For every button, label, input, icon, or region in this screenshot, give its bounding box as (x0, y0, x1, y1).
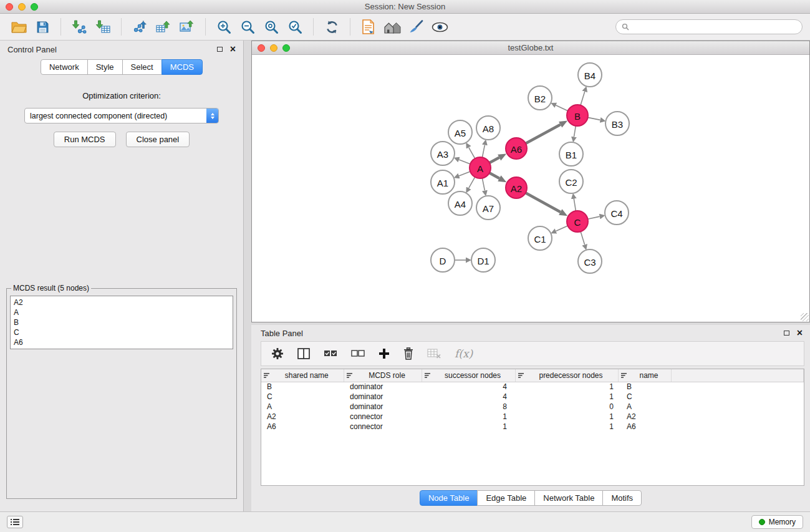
graph-edge-B-B4[interactable] (581, 92, 585, 105)
graph-node-C4[interactable]: C4 (605, 201, 629, 225)
col-header-shared-name[interactable]: shared name (261, 369, 344, 382)
table-cell[interactable]: 1 (515, 422, 618, 432)
graph-edge-A-A1[interactable] (459, 172, 470, 176)
graph-edge-A-A2[interactable] (489, 173, 499, 178)
graph-edge-A-A8[interactable] (482, 145, 485, 157)
minimize-window-button[interactable] (18, 3, 26, 11)
table-cell[interactable]: A2 (618, 412, 671, 422)
table-cell[interactable]: dominator (344, 392, 422, 402)
table-cell[interactable]: 1 (515, 392, 618, 402)
zoom-out-button[interactable] (236, 16, 259, 37)
float-panel-icon[interactable] (217, 47, 223, 52)
tab-motifs[interactable]: Motifs (602, 490, 642, 506)
graph-edge-C-C1[interactable] (556, 226, 568, 231)
table-cell[interactable]: dominator (344, 402, 422, 412)
resize-grip[interactable] (801, 313, 809, 321)
table-cell[interactable]: A6 (618, 422, 671, 432)
graph-node-A8[interactable]: A8 (476, 116, 500, 140)
graph-node-C3[interactable]: C3 (578, 249, 602, 273)
table-cell[interactable]: 1 (422, 412, 515, 422)
close-panel-icon[interactable]: × (230, 44, 236, 54)
delete-table-button[interactable] (427, 349, 441, 359)
graph-node-B2[interactable]: B2 (528, 86, 552, 110)
task-history-button[interactable] (7, 516, 23, 528)
table-row[interactable]: Cdominator41C (261, 392, 804, 402)
graph-edge-C-C3[interactable] (581, 231, 585, 244)
graph-edge-B-B3[interactable] (588, 117, 600, 120)
result-item[interactable]: C (14, 327, 229, 337)
graph-edge-A6-B[interactable] (526, 125, 561, 143)
import-network-file-button[interactable] (68, 16, 90, 37)
graph-node-A6[interactable]: A6 (506, 138, 527, 159)
run-mcds-button[interactable]: Run MCDS (54, 132, 116, 147)
table-cell[interactable]: C (618, 392, 671, 402)
style-brush-button[interactable] (405, 16, 427, 37)
graph-edge-C-C4[interactable] (588, 216, 600, 219)
graph-edge-B-B2[interactable] (556, 105, 567, 111)
table-cell[interactable]: 4 (422, 382, 515, 392)
tab-node-table[interactable]: Node Table (420, 490, 478, 506)
tab-network-table[interactable]: Network Table (534, 490, 603, 506)
tab-network[interactable]: Network (41, 59, 88, 75)
zoom-in-button[interactable] (213, 16, 235, 37)
graph-edge-C-C2[interactable] (574, 199, 576, 211)
table-cell[interactable]: connector (344, 412, 422, 422)
table-cell[interactable]: 0 (515, 402, 618, 412)
table-row[interactable]: A6connector11A6 (261, 422, 804, 432)
graph-node-A7[interactable]: A7 (476, 196, 500, 220)
document-export-button[interactable] (357, 16, 380, 37)
graph-node-D1[interactable]: D1 (471, 248, 495, 272)
save-session-button[interactable] (31, 16, 54, 37)
close-table-panel-icon[interactable]: × (797, 328, 803, 338)
graph-edge-A-A5[interactable] (469, 147, 475, 158)
tab-mcds[interactable]: MCDS (162, 59, 203, 75)
export-table-button[interactable] (152, 16, 175, 37)
close-window-button[interactable] (6, 3, 13, 11)
network-canvas[interactable]: B4B2BB3A8A5A6A3B1AA1C2A2A4A7C4CC1C3DD1 (252, 55, 809, 322)
col-header-successor-nodes[interactable]: successor nodes (422, 369, 515, 382)
graph-node-A4[interactable]: A4 (448, 191, 472, 215)
graph-edge-A2-C[interactable] (526, 193, 561, 212)
table-cell[interactable]: B (618, 382, 671, 392)
zoom-window-button[interactable] (31, 3, 38, 11)
table-cell[interactable]: A2 (261, 412, 344, 422)
table-cell[interactable]: 1 (515, 382, 618, 392)
graph-node-A[interactable]: A (470, 157, 491, 178)
graph-node-C2[interactable]: C2 (559, 170, 583, 193)
graph-edge-A-A7[interactable] (482, 178, 485, 191)
apply-layout-button[interactable] (321, 16, 343, 37)
graph-edge-A-A6[interactable] (489, 158, 499, 163)
table-settings-button[interactable] (271, 347, 284, 360)
table-cell[interactable]: dominator (344, 382, 422, 392)
open-session-button[interactable] (7, 16, 30, 37)
col-header-predecessor-nodes[interactable]: predecessor nodes (515, 369, 618, 382)
show-columns-button[interactable] (297, 348, 310, 359)
graph-node-A5[interactable]: A5 (448, 120, 472, 144)
close-panel-button[interactable]: Close panel (126, 132, 190, 147)
tab-style[interactable]: Style (87, 59, 123, 75)
tab-edge-table[interactable]: Edge Table (477, 490, 535, 506)
table-cell[interactable]: 1 (422, 422, 515, 432)
table-cell[interactable]: A (261, 402, 344, 412)
graph-node-D[interactable]: D (431, 248, 455, 272)
graph-node-B4[interactable]: B4 (578, 63, 602, 87)
unselect-all-columns-button[interactable] (351, 349, 365, 358)
col-header-name[interactable]: name (618, 369, 671, 382)
graph-node-A3[interactable]: A3 (431, 142, 455, 165)
tab-select[interactable]: Select (122, 59, 162, 75)
zoom-fit-button[interactable] (260, 16, 282, 37)
table-row[interactable]: Adominator80A (261, 402, 804, 412)
table-cell[interactable]: C (261, 392, 344, 402)
graph-node-A1[interactable]: A1 (431, 170, 455, 194)
table-cell[interactable]: connector (344, 422, 422, 432)
network-zoom-button[interactable] (282, 44, 290, 52)
home-button[interactable] (381, 16, 403, 37)
graph-edge-A-A4[interactable] (469, 177, 475, 188)
result-item[interactable]: A6 (14, 337, 229, 347)
search-field[interactable] (615, 19, 803, 34)
result-item[interactable]: B (14, 317, 229, 327)
graph-node-B1[interactable]: B1 (559, 142, 583, 166)
search-input[interactable] (633, 22, 796, 31)
table-cell[interactable]: 4 (422, 392, 515, 402)
col-header-mcds-role[interactable]: MCDS role (344, 369, 422, 382)
